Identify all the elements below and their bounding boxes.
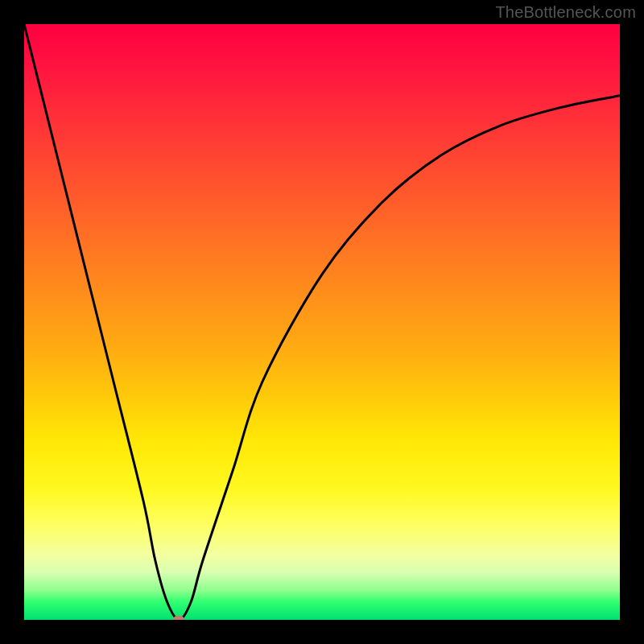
chart-frame: TheBottleneck.com xyxy=(0,0,644,644)
bottleneck-curve xyxy=(24,24,620,620)
plot-area xyxy=(24,24,620,620)
curve-path xyxy=(24,24,620,620)
optimal-point-marker xyxy=(173,616,184,620)
watermark-text: TheBottleneck.com xyxy=(495,3,636,22)
